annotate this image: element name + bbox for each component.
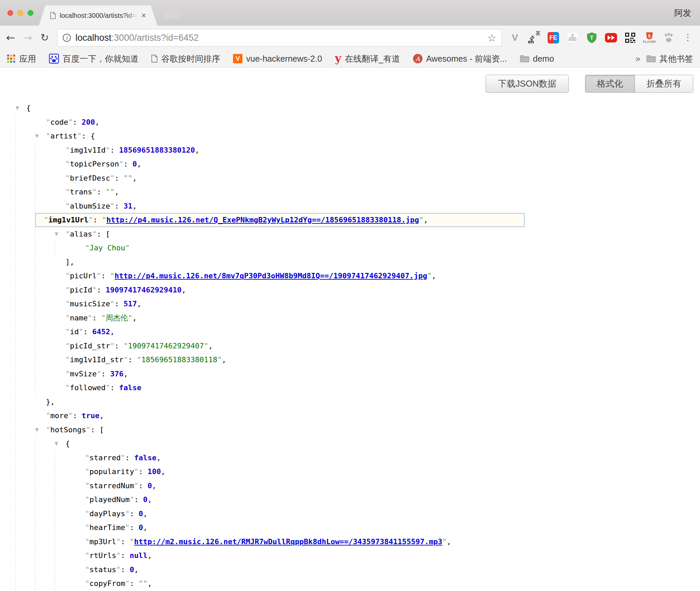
json-quote: "	[65, 272, 70, 280]
indent-guide	[16, 563, 35, 577]
indent-guide	[35, 269, 55, 283]
zoom-window-button[interactable]	[28, 10, 33, 16]
json-link[interactable]: http://m2.music.126.net/RMJR7wDullRqppBk…	[134, 537, 442, 546]
json-quote: "	[85, 244, 89, 252]
address-bar[interactable]: i localhost:3000/artists?id=6452 ☆	[57, 29, 502, 46]
json-quote: "	[106, 383, 110, 392]
download-json-button[interactable]: 下载JSON数据	[486, 75, 569, 93]
json-quote: "	[101, 314, 106, 322]
browser-menu-icon[interactable]: ⋮	[682, 32, 694, 44]
json-link[interactable]: http://p4.music.126.net/Q_ExePNkmgB2yWyL…	[106, 216, 419, 224]
json-line: "picId": 19097417462929410,	[0, 283, 700, 297]
bookmark-baidu[interactable]: 百度一下，你就知道	[49, 53, 139, 64]
json-key: hotSongs	[50, 426, 86, 434]
close-tab-icon[interactable]: ×	[141, 11, 146, 20]
bookmark-star-icon[interactable]: ☆	[487, 32, 496, 44]
json-quote: "	[85, 481, 89, 490]
bookmark-google-sort[interactable]: 谷歌按时间排序	[151, 53, 220, 64]
paw-extension-icon[interactable]	[663, 32, 675, 44]
back-button[interactable]: ←	[6, 32, 15, 43]
json-line: "mp3Url": "http://m2.music.126.net/RMJR7…	[0, 535, 700, 549]
json-punctuation: },	[46, 398, 55, 406]
indent-guide	[35, 339, 55, 353]
json-punctuation: ,	[95, 118, 99, 126]
collapse-all-button[interactable]: 折叠所有	[635, 75, 693, 92]
json-punctuation: :	[129, 509, 139, 518]
json-quote: "	[88, 314, 92, 322]
json-value: 31	[123, 202, 133, 210]
browser-tab[interactable]: localhost:3000/artists?id=645 ×	[39, 5, 157, 26]
json-key: status	[89, 565, 116, 574]
json-punctuation: ,	[161, 467, 165, 476]
vue-devtools-icon[interactable]: V	[509, 32, 521, 44]
indent-guide	[16, 171, 35, 185]
collapse-toggle-icon[interactable]: ▼	[55, 227, 65, 241]
collapse-toggle-icon[interactable]: ▼	[35, 423, 46, 437]
new-tab-button[interactable]	[163, 7, 184, 19]
folder-icon	[646, 55, 656, 62]
reload-button[interactable]: ↻	[40, 33, 49, 43]
bookmark-label: 应用	[19, 53, 36, 64]
indent-guide	[16, 241, 35, 255]
json-line: "more": true,	[0, 409, 700, 423]
indent-guide	[16, 395, 35, 409]
collapse-toggle-icon[interactable]: ▼	[35, 129, 46, 143]
bookmark-label: vue-hackernews-2.0	[246, 54, 322, 64]
json-value: 19097417462929410	[106, 286, 181, 294]
fe-helper-icon[interactable]: FE	[547, 32, 559, 44]
indent-guide	[16, 381, 35, 395]
indent-guide	[55, 241, 74, 255]
html5-player-icon[interactable]: 5 PLAYER	[643, 32, 655, 44]
profile-name[interactable]: 阿发	[674, 7, 691, 19]
collapse-toggle-icon[interactable]: ▼	[16, 101, 26, 115]
json-punctuation: ,	[137, 160, 141, 168]
json-quote: "	[92, 188, 96, 196]
other-bookmarks-folder[interactable]: 其他书签	[646, 53, 693, 64]
json-quote: "	[68, 411, 72, 420]
page-info-icon[interactable]: i	[63, 34, 71, 42]
close-window-button[interactable]	[7, 10, 13, 16]
json-value: 200	[82, 118, 95, 126]
format-button[interactable]: 格式化	[585, 75, 635, 92]
bookmark-youdao[interactable]: y 在线翻译_有道	[335, 53, 400, 64]
json-punctuation: :	[121, 551, 130, 560]
collapse-toggle-icon	[74, 479, 85, 493]
window-title-bar: localhost:3000/artists?id=645 × 阿发	[0, 0, 700, 26]
translate-extension-icon[interactable]: 英 ⇄ en	[528, 32, 540, 44]
json-quote: "	[97, 272, 101, 280]
tampermonkey-icon[interactable]: T	[586, 32, 598, 44]
bookmark-awesomes[interactable]: A Awesomes - 前端资...	[413, 53, 507, 64]
json-punctuation: ,	[110, 328, 114, 336]
sitemap-extension-icon[interactable]	[566, 32, 579, 44]
json-line: ▼{	[0, 101, 700, 115]
json-quote: "	[68, 118, 72, 126]
qr-code-icon[interactable]	[624, 32, 636, 44]
json-link[interactable]: http://p4.music.126.net/8mv7qP30Pd3oHW8b…	[115, 272, 427, 280]
json-punctuation: {	[26, 104, 31, 112]
minimize-window-button[interactable]	[18, 10, 23, 16]
video-fastforward-icon[interactable]	[605, 32, 617, 44]
bookmark-vue-hackernews[interactable]: V vue-hackernews-2.0	[233, 54, 322, 64]
json-value: 0	[147, 481, 152, 490]
indent-guide	[16, 437, 35, 451]
bookmark-folder-demo[interactable]: demo	[520, 54, 554, 64]
json-line-content: "mvSize": 376,	[65, 367, 128, 381]
json-quote: "	[65, 342, 70, 350]
collapse-toggle-icon	[55, 367, 65, 381]
indent-guide	[16, 311, 35, 325]
json-punctuation: ,	[181, 286, 186, 294]
bookmarks-overflow-chevron[interactable]: »	[636, 54, 640, 64]
url-text[interactable]: localhost:3000/artists?id=6452	[76, 33, 199, 43]
collapse-toggle-icon	[74, 563, 85, 577]
collapse-toggle-icon[interactable]: ▼	[55, 437, 65, 451]
json-key: topicPerson	[70, 160, 119, 168]
bookmark-apps[interactable]: 应用	[7, 53, 36, 64]
json-punctuation: :	[115, 202, 124, 210]
indent-guide	[35, 451, 55, 465]
collapse-toggle-icon	[74, 493, 85, 507]
collapse-toggle-icon	[55, 185, 65, 199]
json-quote: "	[92, 230, 96, 238]
json-quote: "	[119, 160, 123, 168]
indent-guide	[16, 339, 35, 353]
indent-guide	[16, 115, 35, 129]
